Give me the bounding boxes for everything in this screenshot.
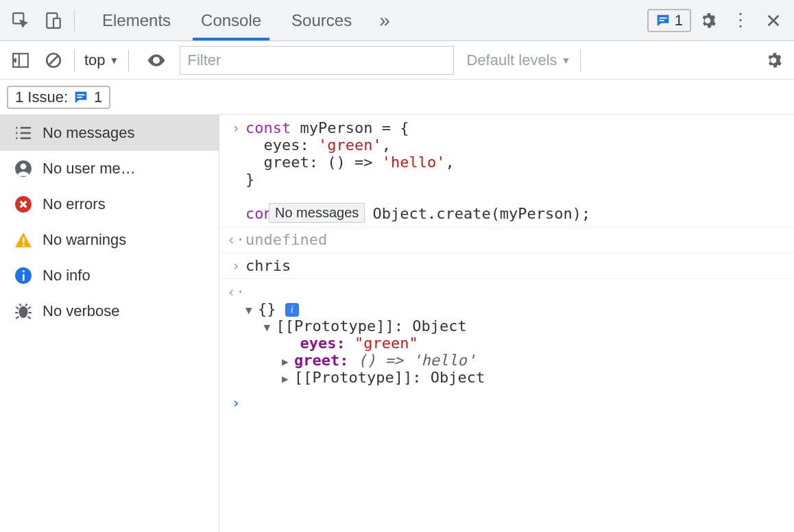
tab-elements[interactable]: Elements — [87, 0, 186, 40]
issues-pill[interactable]: 1 Issue: 1 — [7, 86, 110, 109]
sidebar-item-label: No verbose — [43, 302, 120, 320]
console-output: › const myPerson = { eyes: 'green', gree… — [219, 115, 794, 532]
user-icon — [14, 159, 33, 178]
close-icon[interactable] — [757, 5, 790, 36]
sidebar-item-user[interactable]: No user me… — [0, 151, 219, 186]
filter-input[interactable] — [180, 46, 454, 75]
log-levels-selector[interactable]: Default levels ▼ — [466, 51, 570, 69]
list-icon — [14, 123, 33, 143]
svg-point-9 — [155, 58, 158, 62]
svg-line-8 — [49, 56, 58, 64]
live-expression-icon[interactable] — [140, 45, 173, 75]
sidebar-item-verbose[interactable]: No verbose — [0, 293, 219, 329]
svg-rect-25 — [23, 270, 25, 272]
input-marker-icon: › — [226, 119, 245, 222]
info-badge-icon[interactable]: i — [285, 303, 299, 317]
input-marker-icon: › — [226, 257, 245, 274]
disclosure-right-icon[interactable]: ▶ — [282, 372, 294, 385]
context-label: top — [84, 51, 106, 69]
issues-label: 1 Issue: — [15, 88, 68, 106]
toggle-sidebar-icon[interactable] — [4, 45, 37, 75]
sidebar-item-messages[interactable]: No messages — [0, 115, 219, 151]
issues-bar: 1 Issue: 1 — [0, 80, 794, 115]
console-input-line[interactable] — [245, 394, 787, 411]
issues-badge[interactable]: 1 — [647, 9, 691, 32]
separator — [128, 49, 129, 71]
sidebar-item-info[interactable]: No info — [0, 258, 219, 293]
console-object-entry[interactable]: ‹· ▼{} i ▼[[Prototype]]: Object eyes: "g… — [219, 279, 794, 390]
message-icon — [73, 90, 88, 105]
svg-rect-24 — [23, 274, 25, 281]
object-tree[interactable]: ▼{} i ▼[[Prototype]]: Object eyes: "gree… — [245, 283, 787, 386]
svg-rect-3 — [659, 17, 666, 19]
console-prompt[interactable]: › — [219, 390, 794, 415]
sidebar-item-errors[interactable]: No errors — [0, 186, 219, 222]
svg-rect-11 — [77, 97, 82, 98]
tab-console[interactable]: Console — [186, 0, 276, 40]
console-input-entry[interactable]: › chris — [219, 253, 794, 279]
message-filter-sidebar: No messages No user me… No errors No war… — [0, 115, 219, 532]
main-area: No messages No user me… No errors No war… — [0, 115, 794, 532]
prop-key: eyes: — [300, 335, 354, 352]
console-result: undefined — [245, 231, 787, 248]
levels-label: Default levels — [466, 51, 557, 69]
output-marker-icon: ‹· — [226, 283, 245, 386]
prop-key: greet: — [294, 352, 358, 369]
issues-pill-count: 1 — [94, 88, 102, 106]
warning-icon — [14, 230, 33, 250]
svg-rect-21 — [23, 238, 25, 243]
message-icon — [655, 13, 671, 28]
settings-icon[interactable] — [691, 5, 724, 36]
info-icon — [14, 266, 33, 285]
sidebar-item-label: No info — [43, 267, 91, 285]
inspect-element-icon[interactable] — [4, 5, 37, 36]
prototype-label: [[Prototype]]: Object — [276, 317, 467, 335]
issues-count: 1 — [675, 12, 683, 29]
clear-console-icon[interactable] — [37, 45, 70, 75]
tooltip: No messages — [269, 203, 365, 223]
panel-tabs: Elements Console Sources » — [87, 0, 402, 40]
console-settings-icon[interactable] — [757, 45, 790, 75]
separator — [580, 49, 581, 71]
devtools-topbar: Elements Console Sources » 1 ⋮ — [0, 0, 794, 41]
chevron-down-icon: ▼ — [562, 55, 571, 66]
error-icon — [14, 195, 33, 214]
disclosure-down-icon[interactable]: ▼ — [264, 321, 276, 334]
console-code: chris — [245, 257, 787, 274]
svg-rect-4 — [659, 20, 664, 21]
sidebar-item-warnings[interactable]: No warnings — [0, 222, 219, 258]
disclosure-right-icon[interactable]: ▶ — [282, 355, 294, 368]
prop-value: () => 'hello' — [358, 352, 476, 369]
svg-point-26 — [19, 306, 28, 317]
sidebar-item-label: No user me… — [43, 160, 136, 178]
more-tabs-icon[interactable]: » — [367, 0, 402, 40]
output-marker-icon: ‹· — [226, 231, 245, 248]
tab-sources[interactable]: Sources — [276, 0, 367, 40]
prototype-label: [[Prototype]]: Object — [294, 369, 485, 386]
disclosure-down-icon[interactable]: ▼ — [245, 304, 258, 317]
prompt-marker-icon: › — [226, 394, 245, 411]
sidebar-item-label: No warnings — [43, 231, 126, 249]
separator — [74, 10, 75, 32]
kebab-menu-icon[interactable]: ⋮ — [724, 5, 757, 36]
separator — [74, 49, 75, 71]
sidebar-item-label: No errors — [43, 195, 106, 213]
sidebar-item-label: No messages — [43, 124, 135, 142]
object-head: {} — [258, 300, 276, 317]
chevron-down-icon: ▼ — [110, 55, 119, 66]
svg-rect-10 — [77, 94, 85, 95]
svg-rect-22 — [23, 245, 25, 247]
context-selector[interactable]: top ▼ — [79, 51, 124, 69]
device-toolbar-icon[interactable] — [37, 5, 70, 36]
svg-rect-2 — [53, 18, 60, 27]
console-result-entry: ‹· undefined — [219, 227, 794, 253]
console-toolbar: top ▼ Default levels ▼ — [0, 41, 794, 80]
svg-point-19 — [21, 163, 27, 169]
bug-icon — [14, 302, 33, 321]
prop-value: "green" — [354, 335, 418, 352]
